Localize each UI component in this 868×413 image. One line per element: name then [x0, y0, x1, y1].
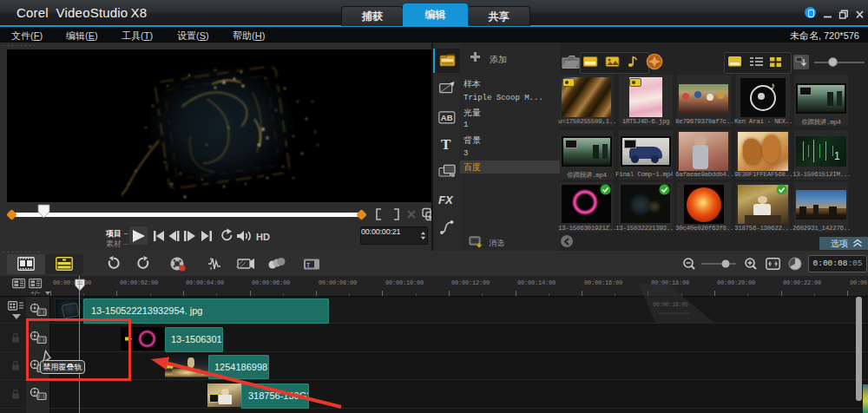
svg-text:HD: HD — [256, 232, 270, 242]
svg-text:T: T — [306, 262, 311, 268]
svg-text:00:00:18:05: 00:00:18:05 — [653, 302, 688, 308]
svg-text:AB: AB — [441, 113, 453, 122]
